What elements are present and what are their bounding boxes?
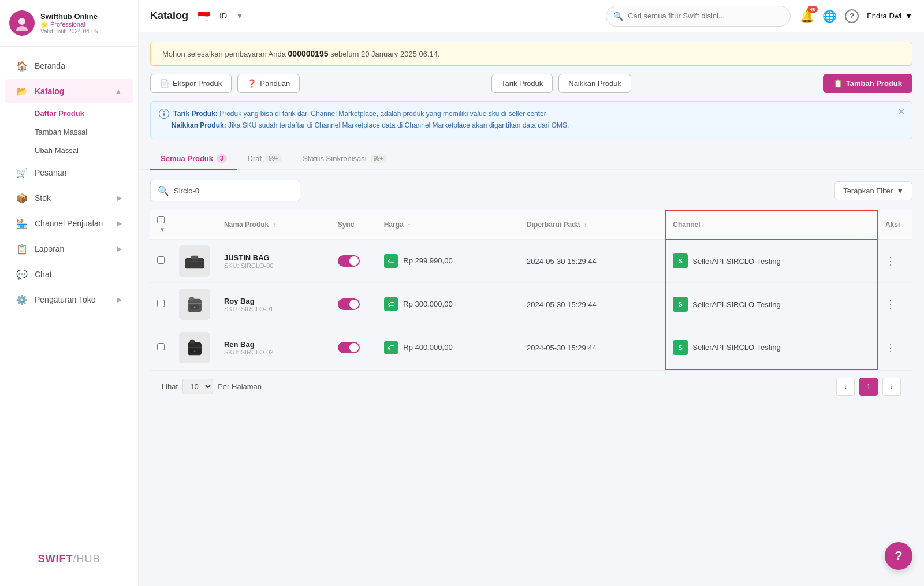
ekspor-produk-button[interactable]: 📄 Ekspor Produk (150, 74, 232, 93)
tab-badge-sync: 99+ (370, 154, 387, 163)
per-page-select[interactable]: 10 25 50 (182, 379, 213, 394)
svg-rect-11 (188, 342, 202, 356)
row-actions-1[interactable]: ⋮ (885, 255, 897, 267)
global-search[interactable]: 🔍 (606, 6, 791, 27)
language-selector[interactable]: ID (219, 12, 227, 20)
info-close-button[interactable]: ✕ (897, 106, 905, 117)
tab-semua-produk[interactable]: Semua Produk 3 (150, 148, 237, 170)
filter-button[interactable]: Terapkan Filter ▼ (834, 181, 912, 200)
topbar-icons: 🔔 48 🌐 ? Endra Dwi ▼ (800, 9, 912, 23)
help-button[interactable]: ? (845, 9, 859, 23)
alert-order-number: 000000195 (288, 49, 329, 58)
table-row: Roy Bag SKU: SIRCLO-01 🏷 Rp 300.000,00 2… (150, 283, 912, 326)
product-image-3 (179, 332, 210, 363)
question-icon: ❓ (247, 79, 256, 88)
svg-point-0 (18, 18, 25, 25)
help-icon: ? (845, 9, 859, 23)
tarik-produk-button[interactable]: Tarik Produk (491, 74, 553, 93)
product-price-3: Rp 400.000,00 (403, 343, 452, 352)
page-1-button[interactable]: 1 (859, 378, 878, 396)
filter-chevron-icon: ▼ (896, 186, 904, 195)
product-updated-2: 2024-05-30 15:29:44 (520, 283, 665, 326)
svg-rect-8 (188, 303, 202, 304)
cart-icon: 🛒 (16, 167, 28, 178)
user-menu[interactable]: Endra Dwi ▼ (867, 12, 912, 20)
sidebar-item-pengaturan[interactable]: ⚙️ Pengaturan Toko ▶ (5, 288, 133, 312)
per-halaman-label: Per Halaman (218, 382, 262, 391)
sidebar-item-pesanan[interactable]: 🛒 Pesanan (5, 161, 133, 185)
catalog-icon: 📂 (16, 85, 28, 97)
row-checkbox-2[interactable] (157, 300, 165, 307)
profile-name: Swifthub Online (40, 12, 98, 21)
svg-point-5 (192, 259, 197, 261)
sync-toggle-1[interactable] (338, 255, 360, 267)
sidebar-label-beranda: Beranda (35, 61, 65, 70)
tambah-produk-button[interactable]: 📋 Tambah Produk (823, 74, 912, 93)
alert-banner: Mohon selesaikan pembayaran Anda 0000001… (150, 42, 912, 66)
notification-button[interactable]: 🔔 48 (800, 9, 814, 23)
settings-icon: ⚙️ (16, 294, 28, 305)
info-box: i Tarik Produk: Produk yang bisa di tari… (150, 101, 912, 139)
row-checkbox-3[interactable] (157, 343, 165, 350)
svg-rect-12 (189, 340, 194, 344)
chevron-up-icon: ▲ (115, 87, 122, 95)
sidebar-label-laporan: Laporan (35, 244, 64, 253)
profile-plan: ⭐ Professional (40, 21, 98, 28)
next-page-button[interactable]: › (882, 378, 901, 396)
search-icon: 🔍 (613, 12, 623, 21)
sidebar-item-stok[interactable]: 📦 Stok ▶ (5, 186, 133, 210)
product-image-2 (179, 289, 210, 320)
naikkan-produk-button[interactable]: Naikkan Produk (558, 74, 631, 93)
sidebar-item-katalog[interactable]: 📂 Katalog ▲ (5, 79, 133, 103)
tarik-title: Tarik Produk: (173, 110, 217, 118)
sort-icon[interactable]: ↕ (273, 222, 276, 228)
row-checkbox-1[interactable] (157, 256, 165, 264)
language-globe-button[interactable]: 🌐 (822, 9, 837, 23)
tab-draf[interactable]: Draf 99+ (237, 148, 293, 170)
sidebar-label-stok: Stok (35, 193, 51, 203)
product-table: ▼ Nama Produk ↕ Sync Harga ↕ (150, 210, 912, 370)
sidebar-item-beranda[interactable]: 🏠 Beranda (5, 54, 133, 78)
user-name: Endra Dwi (867, 12, 901, 20)
product-sku-1: SKU: SIRCLO-00 (224, 262, 324, 269)
sidebar-subitem-ubah-massal[interactable]: Ubah Massal (5, 141, 133, 159)
row-actions-2[interactable]: ⋮ (885, 298, 897, 310)
sidebar-item-channel-penjualan[interactable]: 🏪 Channel Penjualan ▶ (5, 211, 133, 236)
panduan-button[interactable]: ❓ Panduan (237, 74, 300, 93)
tabs: Semua Produk 3 Draf 99+ Status Sinkronis… (139, 148, 924, 170)
channel-icon: 🏪 (16, 218, 28, 229)
diperbarui-sort-icon[interactable]: ↕ (584, 222, 587, 228)
page-title: Katalog (150, 10, 188, 22)
sidebar-item-laporan[interactable]: 📋 Laporan ▶ (5, 237, 133, 261)
row-actions-3[interactable]: ⋮ (885, 342, 897, 353)
document-icon: 📄 (160, 79, 169, 88)
sidebar: Swifthub Online ⭐ Professional Valid unt… (0, 0, 139, 586)
user-chevron-icon: ▼ (905, 12, 912, 20)
box-icon: 📦 (16, 192, 28, 204)
search-input[interactable] (628, 12, 783, 20)
sidebar-label-channel: Channel Penjualan (35, 219, 103, 228)
product-sku-3: SKU: SIRCLO-02 (224, 349, 324, 356)
table-search-box[interactable]: 🔍 (150, 180, 300, 201)
chevron-right-icon-3: ▶ (117, 245, 122, 253)
prev-page-button[interactable]: ‹ (836, 378, 855, 396)
sidebar-label-katalog: Katalog (35, 87, 64, 96)
sidebar-nav: 🏠 Beranda 📂 Katalog ▲ Daftar Produk Tamb… (0, 47, 138, 544)
select-all-checkbox[interactable] (157, 216, 165, 223)
harga-sort-icon[interactable]: ↕ (408, 222, 411, 228)
table-search-input[interactable] (174, 186, 293, 195)
sync-toggle-3[interactable] (338, 342, 360, 353)
profile-info: Swifthub Online ⭐ Professional Valid unt… (40, 12, 98, 35)
help-bubble[interactable]: ? (885, 542, 912, 570)
col-harga: Harga ↕ (377, 210, 520, 240)
product-updated-1: 2024-05-30 15:29:44 (520, 240, 665, 283)
sidebar-item-chat[interactable]: 💬 Chat (5, 262, 133, 286)
tab-badge-draf: 99+ (265, 154, 282, 163)
sidebar-subitem-tambah-massal[interactable]: Tambah Massal (5, 123, 133, 141)
sync-toggle-2[interactable] (338, 298, 360, 310)
sidebar-subitem-daftar-produk[interactable]: Daftar Produk (5, 104, 133, 122)
tab-status-sinkronisasi[interactable]: Status Sinkronisasi 99+ (292, 148, 397, 170)
col-aksi: Aksi (878, 210, 912, 240)
channel-cell-2: S SellerAPI-SIRCLO-Testing (673, 297, 870, 312)
brand-logo: SWIFT/HUB (38, 553, 100, 565)
